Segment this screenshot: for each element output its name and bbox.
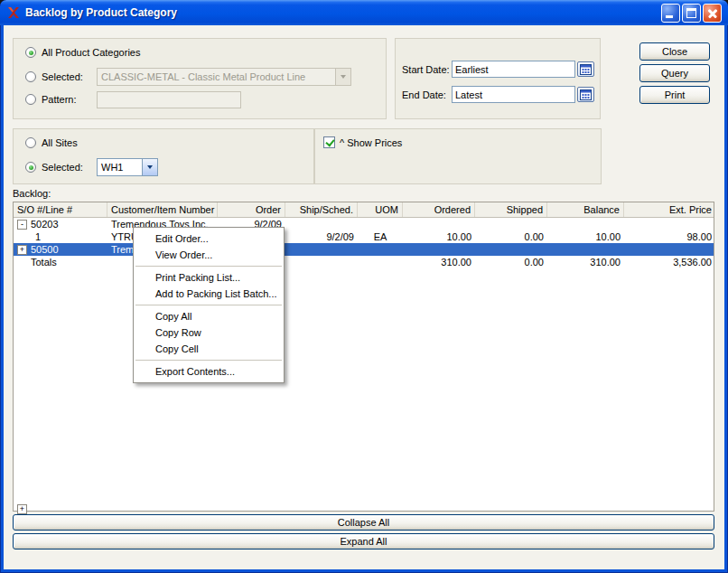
window-title: Backlog by Product Category <box>25 6 177 19</box>
category-combobox-value: CLASSIC-METAL - Classic Metal Product Li… <box>98 71 335 82</box>
column-header-ordered[interactable]: Ordered <box>403 202 475 217</box>
radio-all-product-categories[interactable] <box>25 47 36 58</box>
column-header-uom[interactable]: UOM <box>358 202 403 217</box>
total-ext-price-cell: 3,536.00 <box>624 256 715 268</box>
end-date-calendar-button[interactable] <box>577 87 594 102</box>
minimize-button[interactable] <box>661 4 680 23</box>
column-header-order[interactable]: Order <box>218 202 285 217</box>
radio-pattern[interactable] <box>25 94 36 105</box>
ext-price-cell[interactable] <box>624 218 715 230</box>
line-number[interactable]: 1 <box>14 230 107 243</box>
app-window: Backlog by Product Category All Product … <box>0 0 728 573</box>
uom-cell <box>358 256 403 268</box>
titlebar[interactable]: Backlog by Product Category <box>0 0 728 25</box>
ordered-cell[interactable]: 10.00 <box>403 230 475 243</box>
collapse-all-button[interactable]: Collapse All <box>13 514 714 531</box>
radio-selected-category[interactable] <box>25 71 36 82</box>
balance-cell[interactable] <box>547 218 624 230</box>
backlog-grid: S/O #/Line # Customer/Item Number Order … <box>13 202 714 512</box>
uom-cell[interactable]: EA <box>358 230 403 243</box>
grid-header-row: S/O #/Line # Customer/Item Number Order … <box>14 202 714 218</box>
all-sites-label: All Sites <box>42 137 78 148</box>
sites-panel: All Sites Selected: WH1 <box>13 128 314 184</box>
selected-site-label: Selected: <box>42 162 83 173</box>
expand-all-button[interactable]: Expand All <box>13 533 714 550</box>
start-date-calendar-button[interactable] <box>577 61 594 77</box>
chevron-down-icon <box>335 69 350 85</box>
ship-date-cell <box>285 256 358 268</box>
totals-row[interactable]: Totals 310.00 0.00 310.00 3,536.00 <box>14 256 714 268</box>
ordered-cell[interactable] <box>403 218 475 230</box>
backlog-label: Backlog: <box>13 188 51 199</box>
menu-item-copy-cell[interactable]: Copy Cell <box>134 341 284 357</box>
table-row[interactable]: -50203 Tremendous Toys Inc. 9/2/09 <box>14 218 714 230</box>
so-number: 50203 <box>31 218 59 230</box>
menu-item-edit-order[interactable]: Edit Order... <box>134 230 284 247</box>
site-combobox[interactable]: WH1 <box>97 158 158 176</box>
column-header-ext-price[interactable]: Ext. Price <box>624 202 715 217</box>
table-row[interactable]: 1 YTRU 9/2/09 EA 10.00 0.00 10.00 98.00 <box>14 230 714 243</box>
all-product-categories-label: All Product Categories <box>42 47 140 58</box>
so-number: 50500 <box>31 243 59 256</box>
category-combobox: CLASSIC-METAL - Classic Metal Product Li… <box>97 68 351 86</box>
menu-separator <box>135 360 282 361</box>
column-header-balance[interactable]: Balance <box>547 202 624 217</box>
menu-item-copy-all[interactable]: Copy All <box>134 308 284 324</box>
selected-category-label: Selected: <box>42 71 83 82</box>
menu-item-view-order[interactable]: View Order... <box>134 247 284 263</box>
balance-cell[interactable]: 10.00 <box>547 230 624 243</box>
start-date-input[interactable] <box>452 61 575 78</box>
ordered-cell[interactable] <box>403 243 475 256</box>
calendar-icon <box>580 64 592 75</box>
expand-row-icon[interactable]: + <box>17 245 27 255</box>
end-date-label: End Date: <box>402 89 446 100</box>
pattern-label: Pattern: <box>42 94 77 105</box>
minimize-icon <box>666 15 673 18</box>
menu-separator <box>135 266 282 267</box>
uom-cell[interactable] <box>358 243 403 256</box>
table-row-selected[interactable]: +50500 Trem <box>14 243 714 256</box>
maximize-icon <box>686 8 696 18</box>
start-date-label: Start Date: <box>402 64 450 75</box>
total-balance-cell: 310.00 <box>547 256 624 268</box>
collapse-row-icon[interactable]: - <box>17 220 27 230</box>
print-button[interactable]: Print <box>639 86 710 104</box>
balance-cell[interactable] <box>547 243 624 256</box>
radio-selected-site[interactable] <box>25 162 36 173</box>
dialog-client-area: All Product Categories Selected: CLASSIC… <box>4 25 724 569</box>
ext-price-cell[interactable]: 98.00 <box>624 230 715 243</box>
radio-all-sites[interactable] <box>25 137 36 148</box>
menu-item-export-contents[interactable]: Export Contents... <box>134 363 284 380</box>
menu-item-copy-row[interactable]: Copy Row <box>134 324 284 341</box>
query-button[interactable]: Query <box>639 64 710 82</box>
context-menu: Edit Order... View Order... Print Packin… <box>133 227 285 383</box>
uom-cell[interactable] <box>358 218 403 230</box>
menu-separator <box>135 305 282 305</box>
column-header-customer-item[interactable]: Customer/Item Number <box>107 202 218 217</box>
show-prices-checkbox[interactable] <box>323 136 335 148</box>
totals-label: Totals <box>14 256 107 268</box>
total-ordered-cell: 310.00 <box>403 256 475 268</box>
show-prices-panel: ^ Show Prices <box>314 128 602 184</box>
shipped-cell[interactable] <box>475 218 547 230</box>
ship-date-cell[interactable]: 9/2/09 <box>285 230 358 243</box>
shipped-cell[interactable]: 0.00 <box>475 230 547 243</box>
shipped-cell[interactable] <box>475 243 547 256</box>
app-icon <box>6 5 21 20</box>
ship-date-cell[interactable] <box>285 218 358 230</box>
total-shipped-cell: 0.00 <box>475 256 547 268</box>
ext-price-cell[interactable] <box>624 243 715 256</box>
column-header-so-line[interactable]: S/O #/Line # <box>14 202 107 217</box>
ship-date-cell[interactable] <box>285 243 358 256</box>
close-button[interactable]: Close <box>639 42 710 61</box>
menu-item-add-to-packing-list-batch[interactable]: Add to Packing List Batch... <box>134 286 284 302</box>
expand-icon[interactable]: + <box>17 504 27 514</box>
column-header-shipped[interactable]: Shipped <box>475 202 547 217</box>
close-window-button[interactable] <box>703 4 722 23</box>
date-range-panel: Start Date: End Date: <box>395 38 601 119</box>
column-header-ship-sched[interactable]: Ship/Sched. <box>285 202 358 217</box>
maximize-button[interactable] <box>682 4 701 23</box>
menu-item-print-packing-list[interactable]: Print Packing List... <box>134 269 284 286</box>
chevron-down-icon[interactable] <box>142 159 157 175</box>
end-date-input[interactable] <box>452 86 575 103</box>
